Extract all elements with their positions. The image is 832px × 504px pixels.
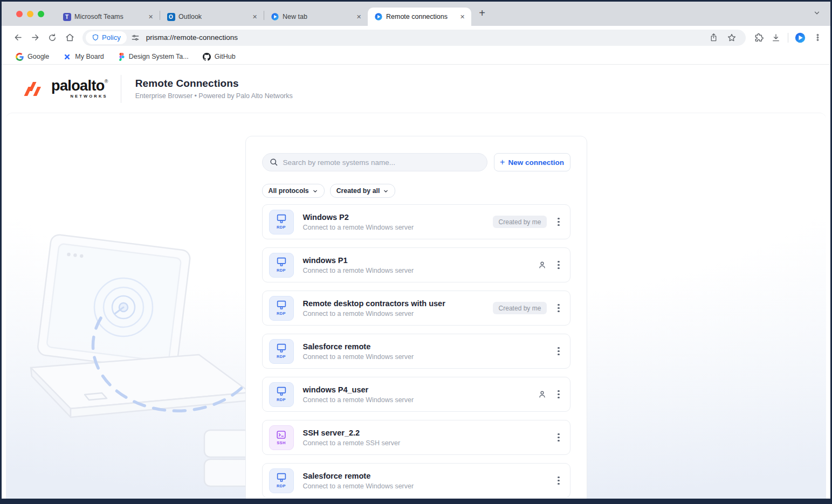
card-menu-kebab-icon[interactable]: [555, 431, 562, 444]
connection-name: Salesforce remote: [303, 342, 414, 351]
tab-remote-connections[interactable]: Remote connections ✕: [368, 8, 471, 26]
url-bar[interactable]: Policy prisma://remote-connections: [82, 30, 746, 46]
extensions-icon[interactable]: [750, 29, 767, 46]
protocol-icon-tile: RDP: [269, 210, 294, 234]
bookmark-design-system[interactable]: Design System Ta...: [113, 51, 194, 63]
prisma-browser-icon: [374, 12, 383, 21]
tab-label: Microsoft Teams: [74, 13, 143, 20]
reload-button[interactable]: [44, 29, 61, 46]
card-menu-kebab-icon[interactable]: [555, 345, 562, 357]
tab-label: Remote connections: [386, 13, 455, 20]
forward-button[interactable]: [26, 29, 44, 46]
url-text: prisma://remote-connections: [146, 33, 705, 42]
window-controls: [2, 11, 56, 17]
connection-card[interactable]: SSH SSH server_2.2 Connect to a remote S…: [262, 420, 570, 455]
policy-chip[interactable]: Policy: [86, 31, 127, 44]
tab-microsoft-teams[interactable]: T Microsoft Teams ✕: [56, 8, 160, 26]
outlook-icon: O: [167, 12, 175, 21]
protocol-icon-tile: SSH: [269, 425, 294, 450]
connection-description: Connect to a remote SSH server: [303, 439, 401, 447]
bookmark-star-icon[interactable]: [723, 29, 740, 46]
plus-icon: +: [500, 157, 505, 167]
bookmark-label: Google: [27, 53, 49, 60]
protocol-label: RDP: [277, 311, 286, 316]
connection-description: Connect to a remote Windows server: [303, 224, 414, 231]
prisma-browser-menu-icon[interactable]: [792, 29, 809, 46]
bookmark-label: My Board: [75, 53, 104, 60]
browser-toolbar: Policy prisma://remote-connections: [2, 26, 830, 49]
monitor-icon: [276, 386, 287, 396]
connection-name: Remote desktop contractors with user: [303, 299, 445, 308]
connection-card[interactable]: RDP windows P1 Connect to a remote Windo…: [262, 247, 570, 282]
chevron-down-icon: [312, 188, 318, 194]
logo-networks: NETWORKS: [70, 94, 107, 99]
connection-name: SSH server_2.2: [303, 429, 401, 437]
created-by-filter-label: Created by all: [336, 187, 380, 195]
card-menu-kebab-icon[interactable]: [555, 259, 562, 271]
policy-label: Policy: [102, 33, 121, 42]
bookmarks-bar: Google My Board Design System Ta... GitH…: [2, 49, 830, 64]
new-connection-button[interactable]: + New connection: [494, 153, 570, 171]
protocol-icon-tile: RDP: [269, 382, 294, 407]
connection-name: Windows P2: [303, 213, 414, 222]
browser-window: T Microsoft Teams ✕ O Outlook ✕ New tab …: [0, 0, 832, 504]
search-input[interactable]: [262, 153, 487, 171]
created-by-badge: Created by me: [493, 216, 547, 228]
close-tab-icon[interactable]: ✕: [146, 12, 155, 22]
zoom-window-button[interactable]: [38, 11, 44, 17]
tab-label: New tab: [283, 13, 351, 20]
close-tab-icon[interactable]: ✕: [250, 12, 259, 22]
prisma-browser-icon: [271, 12, 279, 21]
tab-strip: T Microsoft Teams ✕ O Outlook ✕ New tab …: [2, 2, 830, 26]
new-tab-button[interactable]: +: [475, 5, 490, 20]
card-menu-kebab-icon[interactable]: [555, 302, 562, 314]
close-tab-icon[interactable]: ✕: [354, 12, 363, 22]
protocol-label: RDP: [277, 397, 286, 402]
terminal-icon: [276, 430, 286, 439]
bookmark-github[interactable]: GitHub: [197, 51, 241, 63]
tab-outlook[interactable]: O Outlook ✕: [160, 8, 264, 26]
downloads-icon[interactable]: [767, 29, 785, 46]
home-button[interactable]: [61, 29, 78, 46]
user-icon: [538, 260, 547, 270]
connection-card[interactable]: RDP Salesforce remote Connect to a remot…: [262, 463, 570, 498]
tab-new-tab[interactable]: New tab ✕: [264, 8, 368, 26]
board-icon: [63, 53, 71, 61]
card-menu-kebab-icon[interactable]: [555, 388, 562, 401]
palo-alto-mark-icon: [23, 79, 46, 99]
close-tab-icon[interactable]: ✕: [458, 12, 467, 22]
minimize-window-button[interactable]: [27, 11, 33, 17]
header-divider: [121, 75, 121, 103]
created-by-filter-dropdown[interactable]: Created by all: [330, 184, 396, 198]
monitor-icon: [276, 257, 287, 267]
connection-description: Connect to a remote Windows server: [303, 267, 414, 274]
bookmark-label: GitHub: [215, 53, 236, 60]
github-icon: [203, 53, 211, 61]
protocol-label: RDP: [277, 484, 286, 488]
tab-search-chevron-icon[interactable]: [813, 9, 821, 19]
connection-card[interactable]: RDP windows P4_user Connect to a remote …: [262, 377, 570, 412]
back-button[interactable]: [9, 29, 26, 46]
connection-card[interactable]: RDP Remote desktop contractors with user…: [262, 291, 570, 326]
monitor-icon: [276, 214, 287, 224]
close-window-button[interactable]: [16, 11, 23, 17]
bookmark-google[interactable]: Google: [10, 51, 54, 63]
share-icon[interactable]: [705, 29, 722, 46]
card-menu-kebab-icon[interactable]: [555, 216, 562, 228]
connection-card[interactable]: RDP Salesforce remote Connect to a remot…: [262, 334, 570, 369]
browser-menu-kebab-icon[interactable]: [809, 29, 826, 46]
monitor-icon: [276, 473, 287, 482]
connections-panel: + New connection All protocols Created b…: [245, 136, 587, 499]
protocol-label: RDP: [277, 225, 286, 230]
site-settings-icon[interactable]: [128, 31, 143, 44]
bookmark-my-board[interactable]: My Board: [58, 51, 109, 63]
connection-name: windows P4_user: [303, 385, 414, 394]
protocols-filter-dropdown[interactable]: All protocols: [262, 184, 325, 198]
connection-description: Connect to a remote Windows server: [303, 396, 414, 404]
protocol-icon-tile: RDP: [269, 253, 294, 278]
connection-card[interactable]: RDP Windows P2 Connect to a remote Windo…: [262, 204, 570, 239]
protocol-label: SSH: [277, 440, 286, 445]
page-subtitle: Enterprise Browser • Powered by Palo Alt…: [135, 92, 293, 100]
card-menu-kebab-icon[interactable]: [555, 474, 562, 487]
bookmark-label: Design System Ta...: [129, 53, 189, 60]
